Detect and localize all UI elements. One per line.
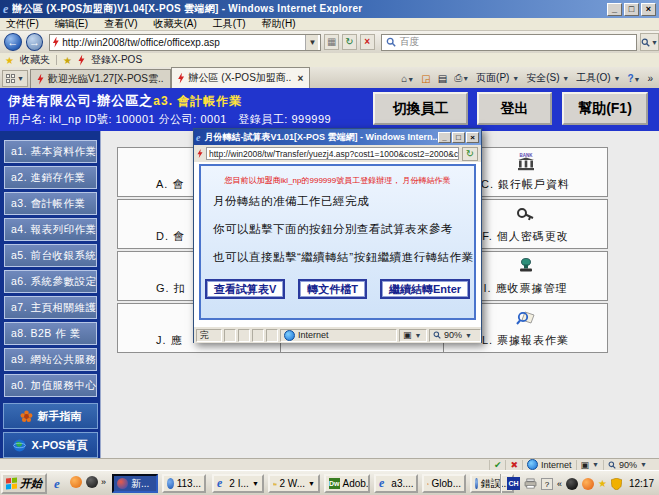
add-favorite-icon[interactable]: ★ (63, 55, 72, 66)
stop-icon[interactable]: × (360, 34, 375, 50)
logout-button[interactable]: 登出(aQ) (477, 92, 552, 125)
switch-employee-button[interactable]: 切換員工(aN) (373, 92, 468, 125)
quick-tabs-icon[interactable]: ▼ (2, 70, 28, 87)
sidebar-guide-button[interactable]: 新手指南 (3, 403, 98, 429)
address-input[interactable]: http://win2008/tw/office/officexp.asp ▼ (49, 34, 321, 51)
quicklaunch-ie-icon[interactable]: e (54, 476, 68, 490)
popup-message-panel: 您目前以加盟商ikl_np的999999號員工登錄辦理， 月份轉結作業 月份轉結… (199, 164, 476, 320)
tray-overflow-chevron[interactable]: « (557, 479, 562, 489)
restore-button[interactable]: □ (624, 3, 639, 16)
tools-menu[interactable]: 工具(O) ▼ (576, 71, 620, 85)
system-tray: CH ? « ★ 12:17 (500, 474, 657, 493)
view-trial-balance-button[interactable]: 查看試算表V (205, 279, 285, 299)
zoom-control[interactable]: 90% ▼ (603, 460, 659, 470)
help-icon[interactable]: ?▼ (627, 73, 640, 84)
sidebar-item-a5[interactable]: a5. 前台收銀系統 (4, 244, 97, 267)
task-button-ie-group[interactable]: e 2 I... ▼ (212, 474, 264, 493)
sidebar-item-a1[interactable]: a1. 基本資料作業 (4, 140, 97, 163)
menu-help[interactable]: 帮助(H) (262, 17, 296, 31)
menu-tools[interactable]: 工具(T) (213, 17, 246, 31)
popup-url[interactable]: http://win2008/tw/Transfer/yuezj4.asp?co… (206, 147, 459, 160)
sidebar-item-a7[interactable]: a7. 主頁相關維護 (4, 296, 97, 319)
xpos-favicon-icon (178, 73, 185, 84)
task-button-2[interactable]: 113... (162, 474, 206, 493)
printer-icon[interactable] (524, 478, 537, 489)
task-button-dreamweaver[interactable]: Dw Adob... (324, 474, 370, 493)
back-icon[interactable]: ← (4, 33, 22, 51)
clock[interactable]: 12:17 (626, 478, 657, 489)
help-tray-icon[interactable]: ? (541, 478, 553, 490)
windows-logo-icon (6, 478, 17, 490)
read-mail-icon[interactable]: ▤ (438, 73, 447, 84)
star-tray-icon[interactable]: ★ (598, 478, 607, 489)
print-icon[interactable]: ⎙▼ (454, 72, 469, 84)
compatibility-icon[interactable]: ▦ (324, 34, 339, 50)
guide-label: 新手指南 (38, 409, 82, 424)
ie-logo-icon: e (217, 476, 222, 491)
favorites-link-xpos[interactable]: 登錄X-POS (91, 53, 142, 67)
key-icon (516, 205, 536, 223)
task-button-explorer-group[interactable]: 2 W... ▼ (268, 474, 320, 493)
menu-favorites[interactable]: 收藏夹(A) (153, 17, 196, 31)
menu-file[interactable]: 文件(F) (6, 17, 39, 31)
quicklaunch-qq-icon[interactable] (86, 476, 98, 488)
internet-zone-icon (527, 459, 538, 470)
sidebar-item-a6[interactable]: a6. 系統參數設定 (4, 270, 97, 293)
start-button[interactable]: 开始 (1, 473, 47, 494)
sidebar-item-a2[interactable]: a2. 進銷存作業 (4, 166, 97, 189)
minimize-button[interactable]: _ (607, 3, 622, 16)
home-icon[interactable]: ⌂▼ (401, 73, 414, 84)
search-go-button[interactable]: ▼ (640, 33, 659, 51)
page-menu[interactable]: 页面(P) ▼ (476, 71, 519, 85)
continue-transfer-button[interactable]: 繼續結轉Enter (380, 279, 470, 299)
tab-close-icon[interactable]: × (297, 73, 303, 84)
protected-mode-icon[interactable]: ▣ ▼ (576, 460, 603, 470)
safety-menu[interactable]: 安全(S) ▼ (526, 71, 569, 85)
sidebar-item-a3[interactable]: a3. 會計帳作業 (4, 192, 97, 215)
forward-icon[interactable]: → (26, 33, 44, 51)
shield-icon[interactable] (611, 478, 622, 490)
refresh-icon[interactable]: ↻ (342, 34, 357, 50)
tab-welcome[interactable]: 歡迎光臨V1.27[X-POS雲.. (30, 69, 171, 88)
tab-label: 辦公區 (X-POS加盟商.. (189, 71, 292, 85)
export-file-button[interactable]: 轉文件檔T (298, 279, 367, 299)
feeds-icon[interactable]: ◲ (421, 73, 430, 84)
popup-minimize-button[interactable]: _ (438, 132, 451, 143)
task-button-a3[interactable]: e a3.... (374, 474, 418, 493)
smartscreen-icon: ✔ (489, 460, 506, 470)
popup-zoom-control[interactable]: 90% ▼ (429, 329, 481, 342)
sidebar-item-a8[interactable]: a8. B2B 作 業 (4, 322, 97, 345)
sidebar-item-a0[interactable]: a0. 加值服務中心 (4, 374, 97, 397)
sidebar-home-button[interactable]: X-POS首頁 (3, 432, 98, 458)
app-header: 伊娃有限公司-辦公區之a3. 會計帳作業 用户名: ikl_np ID號: 10… (0, 88, 659, 131)
menu-edit[interactable]: 编辑(E) (55, 17, 88, 31)
quicklaunch-wangwang-icon[interactable] (70, 476, 82, 488)
search-placeholder: 百度 (400, 35, 420, 49)
address-url: http://win2008/tw/office/officexp.asp (62, 37, 305, 48)
qq-tray-icon[interactable] (566, 478, 578, 490)
popup-restore-button[interactable]: □ (452, 132, 465, 143)
internet-zone-icon (284, 330, 295, 341)
popup-close-button[interactable]: × (466, 132, 479, 143)
language-indicator[interactable]: CH (507, 477, 520, 490)
task-button-global[interactable]: Glob... (422, 474, 466, 493)
zoom-icon (433, 331, 441, 339)
quicklaunch-overflow-chevron[interactable]: » (101, 477, 106, 487)
search-input[interactable]: 百度 (381, 34, 638, 51)
popup-refresh-icon[interactable]: ↻ (462, 147, 478, 161)
task-button-1[interactable]: 新... (112, 474, 158, 493)
sidebar-item-a4[interactable]: a4. 報表列印作業 (4, 218, 97, 241)
address-dropdown-icon[interactable]: ▼ (305, 35, 318, 50)
popup-protected-mode-icon[interactable]: ▣ ▼ (399, 329, 427, 342)
tab-office-active[interactable]: 辦公區 (X-POS加盟商.. × (171, 67, 311, 88)
sidebar-item-a9[interactable]: a9. 網站公共服務 (4, 348, 97, 371)
task-label: Glob... (432, 478, 461, 489)
wangwang-tray-icon[interactable] (582, 478, 594, 490)
close-button[interactable]: × (641, 3, 656, 16)
popup-button-row: 查看試算表V 轉文件檔T 繼續結轉Enter (201, 279, 474, 299)
search-icon (641, 38, 650, 47)
menu-view[interactable]: 查看(V) (104, 17, 137, 31)
favorites-label[interactable]: 收藏夹 (20, 53, 50, 67)
help-button[interactable]: 幫助(F1) (562, 92, 648, 125)
more-commands-chevron[interactable]: » (647, 73, 653, 84)
